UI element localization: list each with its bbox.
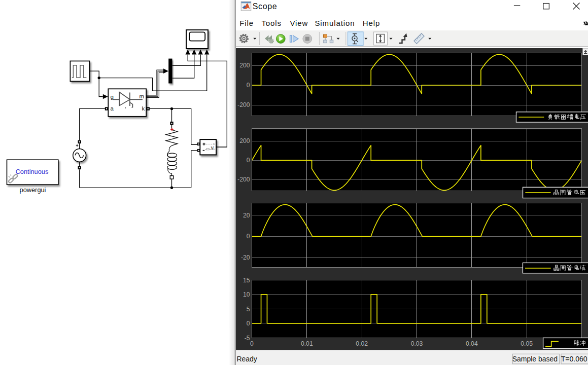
svg-text:0.01: 0.01 xyxy=(301,340,313,347)
svg-text:0: 0 xyxy=(250,340,254,347)
svg-text:View: View xyxy=(290,19,308,27)
svg-text:200: 200 xyxy=(239,62,250,69)
svg-text:0: 0 xyxy=(247,157,250,164)
svg-text:0.03: 0.03 xyxy=(411,340,423,347)
svg-text:0.02: 0.02 xyxy=(356,340,368,347)
svg-text:T=0.060: T=0.060 xyxy=(561,355,587,363)
svg-text:-20: -20 xyxy=(241,254,250,261)
svg-text:20: 20 xyxy=(243,212,250,219)
svg-text:200: 200 xyxy=(239,137,250,144)
svg-text:powergui: powergui xyxy=(20,186,46,194)
svg-text:-5: -5 xyxy=(245,335,250,342)
svg-text:Ready: Ready xyxy=(236,355,257,363)
svg-text:0.04: 0.04 xyxy=(466,340,478,347)
svg-text:Tools: Tools xyxy=(261,19,282,27)
svg-text:0: 0 xyxy=(247,82,250,89)
svg-text:Scope: Scope xyxy=(253,2,277,11)
svg-text:k: k xyxy=(142,105,145,112)
svg-text:m: m xyxy=(140,93,145,99)
svg-text:Simulation: Simulation xyxy=(315,19,355,27)
svg-text:10: 10 xyxy=(243,291,250,298)
svg-text:Help: Help xyxy=(363,19,380,27)
svg-text:v: v xyxy=(211,144,214,151)
svg-text:0.05: 0.05 xyxy=(521,340,533,347)
svg-text:Sample based: Sample based xyxy=(512,355,558,363)
svg-text:0: 0 xyxy=(247,233,250,240)
svg-text:File: File xyxy=(239,19,254,27)
svg-text:0: 0 xyxy=(247,320,250,327)
svg-text:Continuous: Continuous xyxy=(16,168,49,175)
svg-text:15: 15 xyxy=(243,277,250,284)
svg-text:5: 5 xyxy=(247,306,250,313)
svg-text:-200: -200 xyxy=(237,101,250,108)
svg-text:a: a xyxy=(111,105,114,112)
svg-text:g: g xyxy=(111,94,114,100)
svg-text:-200: -200 xyxy=(237,176,250,183)
